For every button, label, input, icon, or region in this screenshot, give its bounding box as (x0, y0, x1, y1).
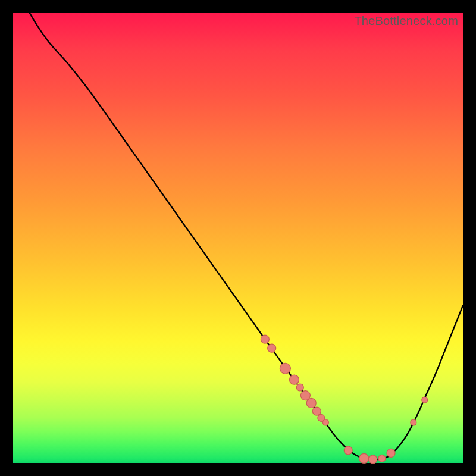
chart-frame: TheBottleneck.com (0, 0, 476, 476)
data-marker (387, 449, 395, 457)
data-marker (306, 398, 316, 408)
data-marker (312, 407, 321, 415)
data-marker (411, 419, 416, 425)
data-marker (261, 335, 269, 343)
chart-svg (13, 13, 463, 463)
data-marker (296, 384, 303, 391)
plot-area: TheBottleneck.com (13, 13, 463, 463)
markers-group (261, 335, 427, 464)
data-marker (422, 397, 428, 403)
data-marker (378, 455, 386, 462)
data-marker (322, 419, 328, 425)
data-marker (290, 375, 299, 384)
data-marker (280, 363, 290, 374)
bottleneck-curve (30, 13, 463, 459)
data-marker (359, 453, 369, 463)
data-marker (369, 455, 377, 464)
data-marker (344, 446, 352, 455)
data-marker (268, 344, 276, 352)
